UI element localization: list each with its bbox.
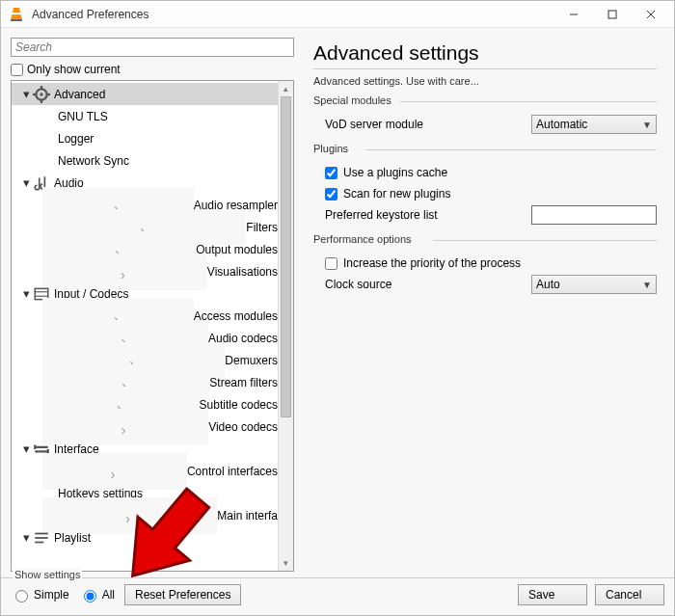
playlist-icon <box>33 529 50 547</box>
combo-value: Automatic <box>536 118 587 131</box>
all-radio-label: All <box>102 588 115 602</box>
increase-priority-label: Increase the priority of the process <box>343 256 521 270</box>
svg-rect-4 <box>608 11 616 18</box>
group-special-modules: Special modules VoD server module Automa… <box>313 94 657 135</box>
use-plugins-cache-checkbox[interactable] <box>325 167 338 179</box>
footer: Show settings Simple All Reset Preferenc… <box>1 577 674 615</box>
increase-priority-checkbox[interactable] <box>325 257 338 270</box>
tree-item-logger[interactable]: Logger <box>12 127 278 149</box>
right-panel: Advanced settings Advanced settings. Use… <box>300 28 674 577</box>
simple-radio-input[interactable] <box>15 590 28 603</box>
keystore-input[interactable] <box>531 205 657 225</box>
only-show-current[interactable]: Only show current <box>11 63 294 76</box>
vod-server-combo[interactable]: Automatic ▼ <box>531 115 657 134</box>
svg-point-8 <box>40 93 42 95</box>
tree-item-visualisations[interactable]: Visualisations <box>12 260 278 282</box>
tree-item-advanced[interactable]: Advanced <box>12 83 278 105</box>
tree-label: Advanced <box>54 88 105 101</box>
preferences-window: Advanced Preferences Only show current A… <box>0 0 675 616</box>
group-title: Performance options <box>313 233 657 247</box>
save-button[interactable]: Save <box>518 584 587 605</box>
tree-item-network-sync[interactable]: Network Sync <box>12 149 278 172</box>
chevron-down-icon: ▼ <box>642 280 652 290</box>
search-input[interactable] <box>11 38 294 57</box>
tree-item-control-interfaces[interactable]: Control interfaces <box>12 460 278 482</box>
scroll-track[interactable] <box>279 96 293 555</box>
scroll-up-icon[interactable]: ▴ <box>279 81 293 96</box>
gear-icon <box>33 86 50 103</box>
chevron-down-icon: ▼ <box>642 120 652 130</box>
chevron-down-icon[interactable] <box>19 286 33 301</box>
vod-label: VoD server module <box>325 118 423 131</box>
only-show-current-checkbox[interactable] <box>11 64 23 76</box>
clock-source-label: Clock source <box>325 278 392 291</box>
titlebar: Advanced Preferences <box>1 1 674 28</box>
svg-rect-1 <box>12 13 21 14</box>
tree-item-main-interfaces[interactable]: Main interfa <box>12 504 278 526</box>
group-performance: Performance options Increase the priorit… <box>313 233 657 295</box>
page-subtitle: Advanced settings. Use with care... <box>313 75 657 87</box>
scroll-thumb[interactable] <box>281 96 291 417</box>
tree-wrap: Advanced GNU TLS Logger Network Sync Aud… <box>11 80 294 572</box>
chevron-down-icon[interactable] <box>19 175 33 190</box>
group-title: Plugins <box>313 143 657 156</box>
scan-new-plugins-label: Scan for new plugins <box>343 187 450 201</box>
settings-tree: Advanced GNU TLS Logger Network Sync Aud… <box>12 81 278 571</box>
tree-item-gnu-tls[interactable]: GNU TLS <box>12 105 278 127</box>
all-radio[interactable]: All <box>79 587 115 603</box>
scroll-down-icon[interactable]: ▾ <box>279 555 293 571</box>
window-title: Advanced Preferences <box>32 8 554 21</box>
divider <box>313 68 657 69</box>
clock-source-combo[interactable]: Auto ▼ <box>531 275 657 294</box>
group-title: Special modules <box>313 94 657 108</box>
tree-scrollbar[interactable]: ▴ ▾ <box>278 81 293 571</box>
minimize-button[interactable] <box>554 3 593 26</box>
scan-new-plugins-checkbox[interactable] <box>325 188 338 201</box>
chevron-down-icon[interactable] <box>19 87 33 101</box>
reset-preferences-button[interactable]: Reset Preferences <box>124 584 241 605</box>
chevron-down-icon[interactable] <box>19 442 33 456</box>
tree-item-video-codecs[interactable]: Video codecs <box>12 415 278 438</box>
all-radio-input[interactable] <box>84 590 96 603</box>
chevron-down-icon[interactable] <box>19 530 33 545</box>
use-plugins-cache-label: Use a plugins cache <box>343 166 447 179</box>
group-plugins: Plugins Use a plugins cache Scan for new… <box>313 143 657 226</box>
combo-value: Auto <box>536 278 560 291</box>
page-title: Advanced settings <box>313 41 657 65</box>
simple-radio-label: Simple <box>34 588 69 602</box>
keystore-label: Preferred keystore list <box>325 208 438 222</box>
show-settings-label: Show settings <box>13 569 82 580</box>
only-show-current-label: Only show current <box>27 63 121 76</box>
simple-radio[interactable]: Simple <box>11 587 69 603</box>
vlc-icon <box>9 7 24 22</box>
left-panel: Only show current Advanced GNU TLS Logge… <box>1 28 300 577</box>
close-button[interactable] <box>632 3 670 26</box>
body: Only show current Advanced GNU TLS Logge… <box>1 28 674 577</box>
cancel-button[interactable]: Cancel <box>595 584 664 605</box>
maximize-button[interactable] <box>593 3 632 26</box>
tree-item-playlist[interactable]: Playlist <box>12 526 278 549</box>
svg-rect-2 <box>11 19 22 21</box>
